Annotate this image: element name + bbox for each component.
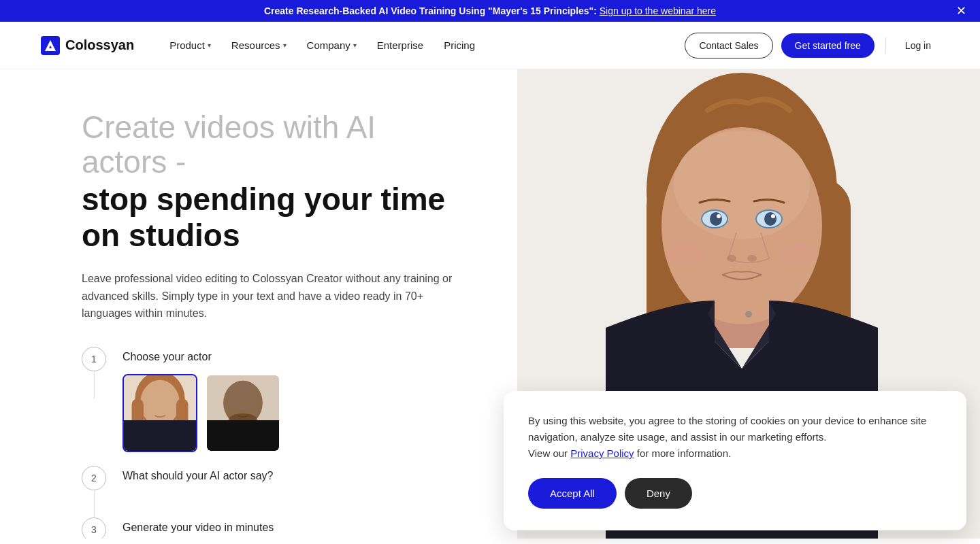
nav-pricing[interactable]: Pricing	[436, 34, 483, 56]
svg-point-32	[717, 214, 721, 218]
svg-point-8	[149, 398, 156, 404]
actor-card-male[interactable]	[206, 374, 280, 452]
chevron-down-icon: ▾	[353, 41, 357, 49]
contact-sales-button[interactable]: Contact Sales	[685, 33, 772, 58]
svg-rect-6	[132, 398, 144, 438]
login-button[interactable]: Log in	[897, 35, 939, 56]
step-number-2: 2	[82, 466, 106, 490]
cookie-text: By using this website, you agree to the …	[528, 413, 942, 462]
chevron-down-icon: ▾	[283, 41, 287, 49]
step-number-1: 1	[82, 347, 106, 371]
step-line-2	[94, 490, 95, 517]
banner-text: Create Research-Backed AI Video Training…	[264, 5, 716, 16]
svg-point-35	[747, 255, 757, 262]
get-started-button[interactable]: Get started free	[781, 33, 875, 58]
banner-close-button[interactable]: ✕	[956, 5, 966, 17]
chevron-down-icon: ▾	[208, 41, 211, 49]
nav-company[interactable]: Company ▾	[299, 34, 365, 56]
step-label-1: Choose your actor	[122, 351, 280, 363]
step-3: 3 Generate your video in minutes	[82, 517, 463, 539]
step-1: 1 Choose your actor	[82, 347, 463, 466]
svg-rect-18	[210, 430, 276, 449]
cookie-actions: Accept All Deny	[528, 478, 942, 509]
nav-product[interactable]: Product ▾	[161, 34, 219, 56]
step-body-3: Generate your video in minutes	[122, 517, 274, 539]
svg-rect-2	[48, 48, 53, 51]
cookie-banner: By using this website, you agree to the …	[504, 391, 966, 530]
step-label-3: Generate your video in minutes	[122, 522, 274, 534]
svg-point-41	[745, 311, 752, 318]
step-label-2: What should your AI actor say?	[122, 470, 273, 482]
svg-point-16	[241, 408, 245, 411]
svg-point-36	[664, 242, 705, 267]
actor-male-image	[207, 375, 279, 451]
navigation: Colossyan Product ▾ Resources ▾ Company …	[0, 22, 980, 69]
hero-content: Create videos with AI actors - stop spen…	[0, 69, 504, 539]
svg-point-37	[779, 242, 819, 267]
actor-female-image	[124, 375, 196, 451]
logo-text: Colossyan	[65, 37, 134, 53]
step-line-1	[94, 371, 95, 398]
step-connector-2: 2	[82, 466, 106, 517]
accept-all-button[interactable]: Accept All	[528, 478, 617, 509]
step-connector-3: 3	[82, 517, 106, 539]
deny-button[interactable]: Deny	[625, 478, 692, 509]
step-connector-1: 1	[82, 347, 106, 398]
hero-title-light: Create videos with AI actors -	[82, 110, 463, 179]
banner-link[interactable]: Sign up to the webinar here	[600, 5, 716, 16]
svg-point-31	[764, 212, 777, 226]
actor-cards	[122, 374, 280, 452]
logo-link[interactable]: Colossyan	[41, 36, 134, 55]
actor-male-svg	[207, 375, 279, 451]
step-number-3: 3	[82, 517, 106, 539]
privacy-policy-link[interactable]: Privacy Policy	[570, 447, 634, 459]
nav-actions: Contact Sales Get started free Log in	[685, 33, 939, 58]
svg-point-9	[165, 398, 172, 404]
svg-rect-11	[127, 430, 193, 449]
actor-female-svg	[124, 375, 196, 451]
step-2: 2 What should your AI actor say?	[82, 466, 463, 517]
svg-point-5	[140, 380, 180, 426]
nav-enterprise[interactable]: Enterprise	[369, 34, 431, 56]
nav-resources[interactable]: Resources ▾	[223, 34, 295, 56]
svg-point-30	[710, 212, 722, 226]
steps-list: 1 Choose your actor	[82, 347, 463, 539]
svg-point-33	[771, 214, 775, 218]
svg-point-17	[229, 413, 257, 426]
hero-title-bold: stop spending your time on studios	[82, 182, 463, 254]
svg-point-14	[232, 398, 239, 404]
nav-links: Product ▾ Resources ▾ Company ▾ Enterpri…	[161, 34, 685, 56]
colossyan-logo-icon	[41, 36, 60, 55]
svg-point-34	[727, 255, 736, 262]
actor-card-female[interactable]	[122, 374, 197, 452]
svg-rect-7	[176, 398, 188, 438]
hero-description: Leave professional video editing to Colo…	[82, 270, 463, 322]
step-body-1: Choose your actor	[122, 347, 280, 466]
svg-point-15	[248, 398, 255, 404]
step-body-2: What should your AI actor say?	[122, 466, 273, 507]
top-banner: Create Research-Backed AI Video Training…	[0, 0, 980, 22]
nav-divider	[885, 37, 886, 54]
svg-point-10	[158, 408, 162, 411]
svg-point-25	[674, 131, 810, 239]
